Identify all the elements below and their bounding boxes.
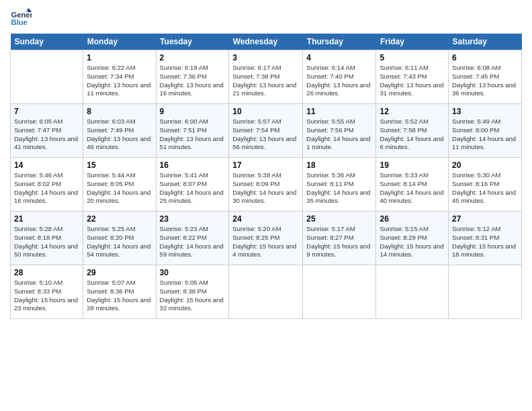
calendar-cell: 15Sunrise: 5:44 AMSunset: 8:05 PMDayligh…	[83, 158, 156, 212]
day-number: 29	[87, 268, 152, 277]
calendar-cell: 30Sunrise: 5:05 AMSunset: 8:38 PMDayligh…	[156, 265, 229, 319]
calendar-cell: 17Sunrise: 5:38 AMSunset: 8:09 PMDayligh…	[229, 158, 303, 212]
calendar-cell: 5Sunrise: 6:11 AMSunset: 7:43 PMDaylight…	[376, 50, 449, 104]
day-number: 2	[160, 53, 226, 62]
calendar-cell: 9Sunrise: 6:00 AMSunset: 7:51 PMDaylight…	[156, 104, 229, 158]
cell-info: Sunrise: 5:10 AMSunset: 8:33 PMDaylight:…	[14, 279, 79, 313]
day-number: 5	[380, 53, 445, 62]
cell-info: Sunrise: 6:14 AMSunset: 7:40 PMDaylight:…	[306, 64, 372, 98]
day-number: 3	[232, 53, 299, 62]
calendar-cell: 29Sunrise: 5:07 AMSunset: 8:36 PMDayligh…	[83, 265, 156, 319]
cell-info: Sunrise: 6:05 AMSunset: 7:47 PMDaylight:…	[14, 118, 79, 152]
calendar-cell: 20Sunrise: 5:30 AMSunset: 8:16 PMDayligh…	[449, 158, 522, 212]
day-number: 7	[14, 107, 79, 116]
day-number: 28	[14, 268, 79, 277]
cell-info: Sunrise: 5:05 AMSunset: 8:38 PMDaylight:…	[160, 279, 226, 313]
day-number: 24	[232, 214, 299, 224]
cell-info: Sunrise: 6:08 AMSunset: 7:45 PMDaylight:…	[452, 64, 518, 98]
cell-info: Sunrise: 5:17 AMSunset: 8:27 PMDaylight:…	[306, 225, 372, 259]
cell-info: Sunrise: 6:11 AMSunset: 7:43 PMDaylight:…	[380, 64, 445, 98]
calendar-cell: 19Sunrise: 5:33 AMSunset: 8:14 PMDayligh…	[376, 158, 449, 212]
weekday-header: Wednesday	[229, 34, 303, 50]
day-number: 16	[160, 161, 226, 170]
weekday-header-row: SundayMondayTuesdayWednesdayThursdayFrid…	[11, 34, 522, 50]
cell-info: Sunrise: 5:38 AMSunset: 8:09 PMDaylight:…	[232, 171, 299, 205]
calendar-container: General Blue SundayMondayTuesdayWednesda…	[0, 0, 532, 326]
day-number: 8	[87, 107, 152, 116]
cell-info: Sunrise: 5:20 AMSunset: 8:25 PMDaylight:…	[232, 225, 299, 259]
calendar-cell	[303, 265, 376, 319]
day-number: 23	[160, 214, 226, 224]
calendar-header: General Blue	[10, 7, 522, 28]
cell-info: Sunrise: 5:44 AMSunset: 8:05 PMDaylight:…	[87, 171, 152, 205]
calendar-week-row: 1Sunrise: 6:22 AMSunset: 7:34 PMDaylight…	[11, 50, 522, 104]
weekday-header: Monday	[83, 34, 156, 50]
cell-info: Sunrise: 6:19 AMSunset: 7:36 PMDaylight:…	[160, 64, 226, 98]
calendar-cell: 25Sunrise: 5:17 AMSunset: 8:27 PMDayligh…	[303, 212, 376, 265]
day-number: 27	[452, 214, 518, 224]
calendar-cell: 16Sunrise: 5:41 AMSunset: 8:07 PMDayligh…	[156, 158, 229, 212]
day-number: 15	[87, 161, 152, 170]
calendar-cell: 12Sunrise: 5:52 AMSunset: 7:58 PMDayligh…	[376, 104, 449, 158]
calendar-cell: 7Sunrise: 6:05 AMSunset: 7:47 PMDaylight…	[11, 104, 83, 158]
calendar-cell: 1Sunrise: 6:22 AMSunset: 7:34 PMDaylight…	[83, 50, 156, 104]
calendar-cell	[229, 265, 303, 319]
cell-info: Sunrise: 5:57 AMSunset: 7:54 PMDaylight:…	[232, 118, 299, 152]
calendar-cell: 11Sunrise: 5:55 AMSunset: 7:56 PMDayligh…	[303, 104, 376, 158]
day-number: 6	[452, 53, 518, 62]
calendar-cell	[449, 265, 522, 319]
weekday-header: Tuesday	[156, 34, 229, 50]
cell-info: Sunrise: 5:30 AMSunset: 8:16 PMDaylight:…	[452, 171, 518, 205]
day-number: 25	[306, 214, 372, 224]
cell-info: Sunrise: 5:52 AMSunset: 7:58 PMDaylight:…	[380, 118, 445, 152]
calendar-cell: 8Sunrise: 6:03 AMSunset: 7:49 PMDaylight…	[83, 104, 156, 158]
calendar-cell: 27Sunrise: 5:12 AMSunset: 8:31 PMDayligh…	[449, 212, 522, 265]
day-number: 18	[306, 161, 372, 170]
calendar-cell: 23Sunrise: 5:23 AMSunset: 8:22 PMDayligh…	[156, 212, 229, 265]
calendar-cell: 14Sunrise: 5:46 AMSunset: 8:02 PMDayligh…	[11, 158, 83, 212]
weekday-header: Thursday	[303, 34, 376, 50]
logo-icon: General Blue	[10, 7, 32, 28]
day-number: 21	[14, 214, 79, 224]
calendar-cell: 10Sunrise: 5:57 AMSunset: 7:54 PMDayligh…	[229, 104, 303, 158]
calendar-cell: 4Sunrise: 6:14 AMSunset: 7:40 PMDaylight…	[303, 50, 376, 104]
calendar-week-row: 28Sunrise: 5:10 AMSunset: 8:33 PMDayligh…	[11, 265, 522, 319]
cell-info: Sunrise: 5:25 AMSunset: 8:20 PMDaylight:…	[87, 225, 152, 259]
day-number: 9	[160, 107, 226, 116]
calendar-cell: 6Sunrise: 6:08 AMSunset: 7:45 PMDaylight…	[449, 50, 522, 104]
cell-info: Sunrise: 6:17 AMSunset: 7:38 PMDaylight:…	[232, 64, 299, 98]
cell-info: Sunrise: 5:33 AMSunset: 8:14 PMDaylight:…	[380, 171, 445, 205]
calendar-cell: 2Sunrise: 6:19 AMSunset: 7:36 PMDaylight…	[156, 50, 229, 104]
calendar-cell: 24Sunrise: 5:20 AMSunset: 8:25 PMDayligh…	[229, 212, 303, 265]
cell-info: Sunrise: 5:23 AMSunset: 8:22 PMDaylight:…	[160, 225, 226, 259]
day-number: 4	[306, 53, 372, 62]
calendar-cell: 13Sunrise: 5:49 AMSunset: 8:00 PMDayligh…	[449, 104, 522, 158]
calendar-week-row: 14Sunrise: 5:46 AMSunset: 8:02 PMDayligh…	[11, 158, 522, 212]
calendar-cell: 26Sunrise: 5:15 AMSunset: 8:29 PMDayligh…	[376, 212, 449, 265]
cell-info: Sunrise: 5:55 AMSunset: 7:56 PMDaylight:…	[306, 118, 372, 152]
day-number: 17	[232, 161, 299, 170]
logo: General Blue	[10, 7, 32, 28]
weekday-header: Saturday	[449, 34, 522, 50]
calendar-week-row: 7Sunrise: 6:05 AMSunset: 7:47 PMDaylight…	[11, 104, 522, 158]
calendar-week-row: 21Sunrise: 5:28 AMSunset: 8:18 PMDayligh…	[11, 212, 522, 265]
calendar-cell: 21Sunrise: 5:28 AMSunset: 8:18 PMDayligh…	[11, 212, 83, 265]
weekday-header: Sunday	[11, 34, 83, 50]
day-number: 26	[380, 214, 445, 224]
cell-info: Sunrise: 6:03 AMSunset: 7:49 PMDaylight:…	[87, 118, 152, 152]
day-number: 30	[160, 268, 226, 277]
calendar-cell: 18Sunrise: 5:36 AMSunset: 8:11 PMDayligh…	[303, 158, 376, 212]
day-number: 12	[380, 107, 445, 116]
weekday-header: Friday	[376, 34, 449, 50]
calendar-cell	[11, 50, 83, 104]
day-number: 20	[452, 161, 518, 170]
day-number: 10	[232, 107, 299, 116]
day-number: 1	[87, 53, 152, 62]
cell-info: Sunrise: 5:49 AMSunset: 8:00 PMDaylight:…	[452, 118, 518, 152]
cell-info: Sunrise: 5:12 AMSunset: 8:31 PMDaylight:…	[452, 225, 518, 259]
calendar-table: SundayMondayTuesdayWednesdayThursdayFrid…	[10, 34, 522, 319]
day-number: 11	[306, 107, 372, 116]
calendar-cell	[376, 265, 449, 319]
cell-info: Sunrise: 5:41 AMSunset: 8:07 PMDaylight:…	[160, 171, 226, 205]
calendar-cell: 22Sunrise: 5:25 AMSunset: 8:20 PMDayligh…	[83, 212, 156, 265]
